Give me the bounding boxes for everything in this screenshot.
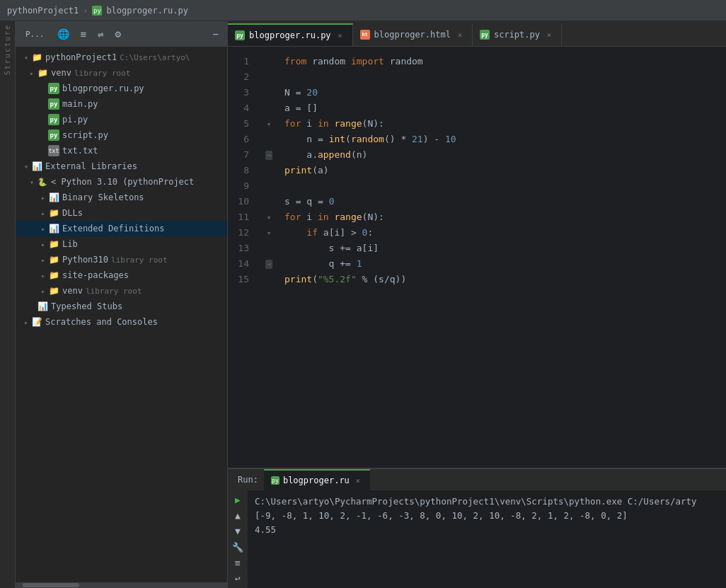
terminal-run-btn[interactable]: ▶ (230, 493, 246, 506)
tab-close-1[interactable]: × (335, 30, 345, 40)
tree-item-python310[interactable]: < Python 3.10 (pythonProject (16, 174, 227, 190)
token-print2: print (284, 272, 312, 287)
tree-item-sitepackages[interactable]: site-packages (16, 267, 227, 283)
code-line-2 (284, 69, 719, 85)
tree-arrow-python310 (27, 177, 37, 187)
gutter-7[interactable]: → (262, 147, 276, 163)
tree-arrow-python310dir (38, 255, 48, 265)
tree-label-extdefs: Extended Definitions (62, 224, 165, 234)
terminal-wrench-btn[interactable]: 🔧 (230, 541, 246, 553)
terminal-up-btn[interactable]: ▲ (230, 509, 246, 521)
tree-item-txt[interactable]: txt.txt (16, 143, 227, 158)
token-n2: n (357, 147, 362, 163)
code-line-15: print("%5.2f" % (s/q)) (284, 272, 719, 287)
toolbar-split-btn[interactable]: ⇌ (95, 27, 106, 41)
tree-sublabel-venv2: library root (86, 287, 142, 296)
folder-icon-dlls (48, 207, 59, 219)
fold-arrow-11[interactable]: ▾ (267, 213, 272, 222)
fold-arrow-5[interactable]: ▾ (267, 120, 272, 129)
tree-item-python310dir[interactable]: Python310 library root (16, 252, 227, 267)
terminal-sidebar-btns: ▶ ▲ ▼ 🔧 ≡ ↩ (228, 490, 248, 588)
token-0: 0 (329, 194, 335, 209)
editor-scrollbar-v[interactable] (719, 47, 726, 461)
tree-item-binskeletons[interactable]: Binary Skeletons (16, 190, 227, 205)
tree-item-script[interactable]: script.py (16, 127, 227, 143)
tree-label-extlibs: External Libraries (45, 161, 137, 171)
toolbar-minimize-btn[interactable]: − (210, 27, 221, 41)
terminal-tab-blogproger[interactable]: py blogproger.ru × (264, 469, 370, 490)
code-line-13: s += a[i] (284, 241, 719, 256)
token-br4: ] (373, 241, 379, 256)
gutter-5[interactable]: ▾ (262, 116, 276, 132)
tree-item-typeshed[interactable]: 📊 Typeshed Stubs (16, 299, 227, 314)
token-21: 21 (412, 132, 423, 147)
toolbar-earth-btn[interactable]: 🌐 (54, 27, 72, 41)
tree-item-extdefs[interactable]: Extended Definitions (16, 221, 227, 236)
gutter-10 (262, 194, 276, 209)
token-for2: for (284, 209, 301, 225)
tab-close-2[interactable]: × (455, 30, 465, 40)
token-br3: [ (362, 241, 368, 256)
tree-item-root[interactable]: pythonProject1 C:\Users\artyo\ (16, 50, 227, 65)
terminal-filter-btn[interactable]: ≡ (230, 556, 246, 569)
tree-label-lib: Lib (62, 239, 78, 249)
token-int: int (329, 132, 345, 147)
tree-arrow-root (21, 52, 31, 62)
tree-item-blogproger[interactable]: blogproger.ru.py (16, 81, 227, 96)
tree-item-extlibs[interactable]: External Libraries (16, 158, 227, 174)
tab-close-3[interactable]: × (544, 30, 554, 40)
terminal-text-output: C:\Users\artyo\PycharmProjects\pythonPro… (248, 490, 726, 588)
folder-icon-lib (48, 238, 59, 250)
stubs-icon: 📊 (37, 301, 48, 312)
panel-scrollbar[interactable] (16, 582, 227, 588)
tab-script-py[interactable]: py script.py × (473, 23, 562, 46)
tree-item-lib[interactable]: Lib (16, 236, 227, 252)
project-panel: P... 🌐 ≡ ⇌ ⚙ − pythonProject1 C:\Users\a… (16, 21, 228, 588)
tree-arrow-dlls (38, 208, 48, 218)
bookmark-14[interactable]: → (265, 260, 273, 269)
tree-label-pi: pi.py (62, 115, 88, 125)
tree-label-dlls: DLLs (62, 208, 83, 218)
terminal-tab-label: blogproger.ru (283, 475, 350, 485)
tree-item-venv[interactable]: venv library root (16, 65, 227, 81)
token-p3: ( (345, 132, 351, 147)
terminal-wrap-btn[interactable]: ↩ (230, 572, 246, 585)
py-icon-pi (48, 114, 59, 125)
tab-blogproger-html[interactable]: ht blogproger.html × (353, 23, 473, 46)
terminal-down-btn[interactable]: ▼ (230, 525, 246, 538)
tree-item-venv2[interactable]: venv library root (16, 283, 227, 299)
toolbar-gear-btn[interactable]: ⚙ (112, 27, 123, 41)
gutter-12[interactable]: ▾ (262, 225, 276, 241)
line-num-10: 10 (228, 194, 255, 209)
line-num-1: 1 (228, 54, 255, 69)
fold-arrow-12[interactable]: ▾ (267, 229, 272, 238)
tab-blogproger-py[interactable]: py blogproger.ru.py × (228, 23, 353, 46)
token-append: append (318, 147, 351, 163)
tree-item-dlls[interactable]: DLLs (16, 205, 227, 221)
line-num-7: 7 (228, 147, 255, 163)
token-pluseq: += (334, 241, 356, 256)
line-num-12: 12 (228, 225, 255, 241)
token-sp (323, 132, 329, 147)
tree-item-main[interactable]: main.py (16, 96, 227, 112)
toolbar-lines-btn[interactable]: ≡ (78, 27, 89, 41)
tree-item-pi[interactable]: pi.py (16, 112, 227, 127)
code-line-10: s = q = 0 (284, 194, 719, 209)
token-N: N (367, 116, 373, 132)
token-p6: ( (351, 147, 357, 163)
gutter-14[interactable]: → (262, 256, 276, 272)
tree-label-blogproger: blogproger.ru.py (62, 83, 144, 93)
py-icon-main (48, 98, 59, 110)
terminal-output-1: [-9, -8, 1, 10, 2, -1, -6, -3, 8, 0, 10,… (255, 509, 719, 523)
tree-item-scratches[interactable]: 📝 Scratches and Consoles (16, 314, 227, 330)
code-area[interactable]: from random import random N = 20 a = [] … (276, 47, 719, 461)
code-line-12: if a[i] > 0: (284, 225, 719, 241)
editor-scrollbar-h[interactable] (228, 461, 726, 468)
token-kw2: import (351, 54, 384, 69)
terminal-tab-close[interactable]: × (353, 475, 363, 485)
tab-label-3: script.py (494, 30, 540, 40)
bookmark-7[interactable]: → (265, 151, 273, 160)
scratches-icon: 📝 (31, 316, 42, 328)
gutter-11[interactable]: ▾ (262, 209, 276, 225)
token-brackets: [] (306, 100, 318, 116)
